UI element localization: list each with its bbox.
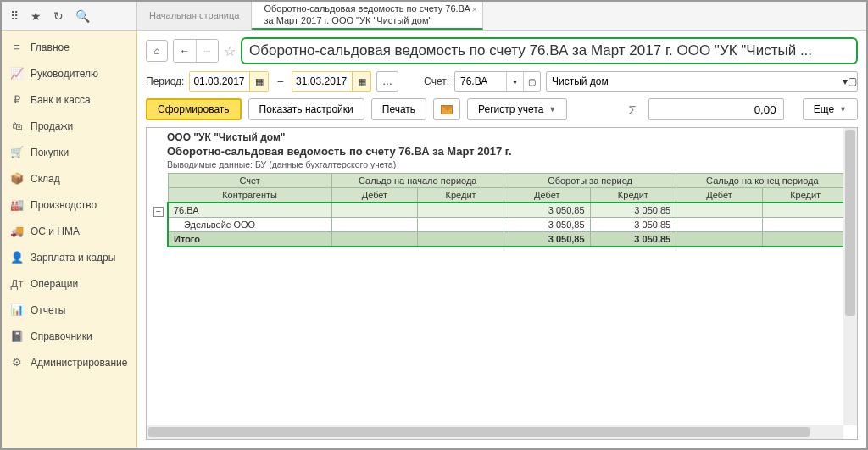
sidebar-item-label: Зарплата и кадры [31, 252, 115, 264]
sidebar-item-payroll[interactable]: 👤Зарплата и кадры [2, 244, 136, 270]
book-icon: 📓 [10, 330, 24, 342]
date-from-input[interactable] [190, 74, 249, 89]
form-button[interactable]: Сформировать [146, 98, 242, 120]
account-input[interactable] [455, 74, 506, 89]
horizontal-scrollbar[interactable] [147, 425, 843, 439]
report-subtitle: Выводимые данные: БУ (данные бухгалтерск… [167, 159, 835, 169]
calendar-icon[interactable]: ▦ [352, 72, 370, 91]
mail-button[interactable] [433, 98, 460, 120]
col-debit: Дебет [331, 188, 418, 203]
balance-table: Счет Сальдо на начало периода Обороты за… [167, 173, 843, 247]
factory-icon: 🏭 [10, 198, 24, 211]
row-name: Эдельвейс ООО [168, 218, 331, 232]
row-credit-turn: 3 050,85 [590, 218, 676, 232]
sidebar-item-label: Операции [31, 278, 78, 290]
sidebar-item-assets[interactable]: 🚚ОС и НМА [2, 218, 136, 244]
sidebar-item-label: Банк и касса [31, 94, 91, 106]
date-to-input[interactable] [292, 74, 352, 89]
row-debit-turn: 3 050,85 [504, 203, 590, 218]
search-icon[interactable]: 🔍 [75, 9, 90, 23]
tab-label-line2: за Март 2017 г. ООО "УК "Чистый дом" [264, 15, 470, 26]
sidebar-item-purchases[interactable]: 🛒Покупки [2, 139, 136, 165]
debit-credit-icon: Дт [10, 277, 24, 290]
favorite-toggle[interactable]: ☆ [224, 43, 236, 59]
sidebar-item-manager[interactable]: 📈Руководителю [2, 60, 136, 86]
sidebar-item-sales[interactable]: 🛍Продажи [2, 113, 136, 139]
sidebar-item-label: Отчеты [31, 304, 65, 316]
total-debit-turn: 3 050,85 [504, 232, 590, 247]
sidebar-item-admin[interactable]: ⚙Администрирование [2, 349, 136, 375]
back-button[interactable]: ← [174, 40, 196, 62]
open-icon[interactable]: ▢ [848, 75, 857, 87]
sidebar-item-label: Руководителю [31, 68, 98, 80]
table-row[interactable]: Эдельвейс ООО 3 050,85 3 050,85 [168, 218, 843, 232]
sidebar-item-reports[interactable]: 📊Отчеты [2, 297, 136, 323]
home-button[interactable]: ⌂ [146, 40, 168, 62]
sidebar-item-label: Справочники [31, 331, 92, 342]
col-account: Счет [168, 174, 331, 188]
scrollbar-thumb[interactable] [845, 130, 855, 316]
box-icon: 📦 [10, 172, 24, 185]
table-total-row: Итого 3 050,85 3 050,85 [168, 232, 843, 247]
total-label: Итого [168, 232, 331, 247]
col-credit: Кредит [418, 188, 504, 203]
sidebar-item-label: Администрирование [31, 357, 127, 369]
print-button[interactable]: Печать [371, 98, 426, 120]
sidebar-item-label: Продажи [31, 120, 73, 132]
sidebar-item-label: Главное [31, 42, 70, 53]
col-debit: Дебет [676, 188, 763, 203]
sidebar-item-warehouse[interactable]: 📦Склад [2, 165, 136, 192]
col-turnover: Обороты за период [504, 174, 676, 188]
period-label: Период: [146, 75, 184, 87]
report-title: Оборотно-сальдовая ведомость по счету 76… [167, 145, 835, 158]
col-saldo-begin: Сальдо на начало периода [331, 174, 504, 188]
tab-report[interactable]: Оборотно-сальдовая ведомость по счету 76… [252, 2, 482, 30]
show-settings-button[interactable]: Показать настройки [248, 98, 364, 120]
favorite-icon[interactable]: ★ [31, 9, 42, 23]
vertical-scrollbar[interactable] [843, 128, 857, 425]
sum-field[interactable] [648, 98, 784, 120]
sidebar-item-bank[interactable]: ₽Банк и касса [2, 86, 136, 113]
dash: – [274, 75, 287, 87]
open-icon[interactable]: ▢ [523, 72, 540, 91]
col-saldo-end: Сальдо на конец периода [676, 174, 843, 188]
more-button[interactable]: Еще▼ [803, 98, 858, 120]
close-icon[interactable]: × [471, 4, 476, 15]
sum-icon: Σ [623, 103, 641, 117]
col-credit: Кредит [590, 188, 676, 203]
period-picker-button[interactable]: … [376, 71, 398, 92]
calendar-icon[interactable]: ▦ [249, 72, 268, 91]
dropdown-icon[interactable]: ▾ [506, 72, 523, 91]
scrollbar-thumb[interactable] [148, 427, 810, 437]
sidebar-item-label: Производство [31, 199, 97, 211]
forward-button[interactable]: → [196, 40, 218, 62]
apps-icon[interactable]: ⠿ [10, 9, 19, 23]
tab-label-line1: Оборотно-сальдовая ведомость по счету 76… [264, 3, 470, 14]
history-icon[interactable]: ↻ [53, 9, 64, 23]
collapse-icon[interactable]: − [153, 207, 164, 217]
sidebar-item-production[interactable]: 🏭Производство [2, 192, 136, 218]
tab-home[interactable]: Начальная страница [137, 2, 252, 30]
col-contragents: Контрагенты [168, 188, 331, 203]
organization-field[interactable]: ▾ ▢ [546, 71, 858, 92]
chevron-down-icon: ▼ [548, 105, 556, 114]
gear-icon: ⚙ [10, 356, 24, 369]
table-row[interactable]: −76.ВА 3 050,85 3 050,85 [168, 203, 843, 218]
register-button[interactable]: Регистр учета▼ [467, 98, 567, 120]
sidebar-item-operations[interactable]: ДтОперации [2, 270, 136, 297]
sidebar-item-dictionaries[interactable]: 📓Справочники [2, 323, 136, 349]
sidebar: ≡Главное 📈Руководителю ₽Банк и касса 🛍Пр… [2, 31, 137, 448]
chevron-down-icon: ▼ [839, 105, 847, 114]
more-label: Еще [814, 103, 834, 115]
page-title: Оборотно-сальдовая ведомость по счету 76… [241, 37, 858, 64]
person-icon: 👤 [10, 251, 24, 264]
ruble-icon: ₽ [10, 93, 24, 106]
cart-icon: 🛒 [10, 146, 24, 158]
organization-input[interactable] [547, 74, 843, 89]
date-to[interactable]: ▦ [292, 71, 371, 92]
row-credit-turn: 3 050,85 [590, 203, 676, 218]
sidebar-item-main[interactable]: ≡Главное [2, 34, 136, 60]
account-field[interactable]: ▾ ▢ [454, 71, 541, 92]
sidebar-item-label: ОС и НМА [31, 225, 80, 237]
date-from[interactable]: ▦ [189, 71, 269, 92]
